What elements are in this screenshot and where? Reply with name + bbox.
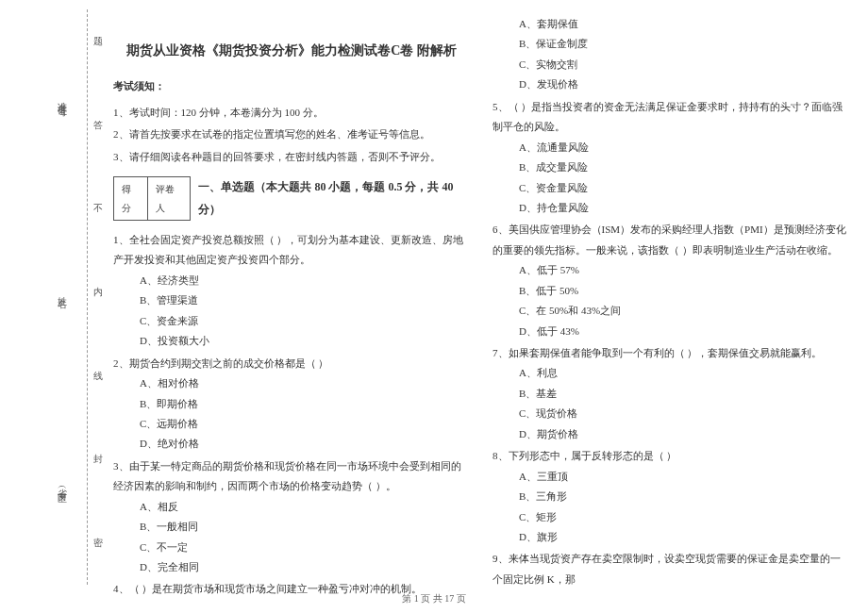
- question-1-stem: 1、全社会固定资产投资总额按照（ ），可划分为基本建设、更新改造、房地产开发投资…: [113, 230, 470, 271]
- question-7-opt-c: C、现货价格: [492, 404, 849, 423]
- exam-page: 准考证号 姓名 省（市区） 题 答 不 内 线 封 密 期货从业资格《期货投资分…: [0, 0, 868, 613]
- question-7-opt-d: D、期货价格: [492, 424, 849, 444]
- question-6-opt-d: D、低于 43%: [492, 322, 849, 341]
- question-7-stem: 7、如果套期保值者能争取到一个有利的（ ），套期保值交易就能赢利。: [492, 343, 849, 363]
- question-4-opt-d: D、发现价格: [492, 75, 849, 94]
- seal-line: [87, 9, 88, 585]
- question-3-opt-d: D、完全相同: [113, 557, 470, 577]
- question-2-opt-b: B、即期价格: [113, 394, 470, 414]
- question-2-opt-d: D、绝对价格: [113, 434, 470, 454]
- seal-char: 封: [93, 453, 103, 466]
- seal-char: 线: [93, 370, 103, 383]
- question-5-stem: 5、（ ）是指当投资者的资金无法满足保证金要求时，持持有的头寸？面临强制平仓的风…: [492, 97, 849, 138]
- seal-char: 内: [93, 286, 103, 299]
- score-section-row: 得分 评卷人 一、单选题（本大题共 80 小题，每题 0.5 分，共 40 分）: [113, 176, 470, 221]
- question-8-opt-c: C、矩形: [492, 507, 849, 527]
- section-title: 一、单选题（本大题共 80 小题，每题 0.5 分，共 40 分）: [198, 176, 470, 221]
- content-columns: 期货从业资格《期货投资分析》能力检测试卷C卷 附解析 考试须知： 1、考试时间：…: [113, 14, 849, 585]
- question-1-opt-a: A、经济类型: [113, 271, 470, 290]
- seal-char: 不: [93, 202, 103, 215]
- score-cell-grader: 评卷人: [148, 177, 190, 220]
- side-field-name: 姓名: [55, 290, 68, 293]
- notice-line: 2、请首先按要求在试卷的指定位置填写您的姓名、准考证号等信息。: [113, 124, 470, 144]
- question-8-opt-a: A、三重顶: [492, 467, 849, 487]
- seal-char: 题: [93, 35, 103, 48]
- question-8-opt-b: B、三角形: [492, 487, 849, 506]
- question-4-opt-c: C、实物交割: [492, 55, 849, 75]
- question-6-opt-b: B、低于 50%: [492, 281, 849, 301]
- right-column: A、套期保值 B、保证金制度 C、实物交割 D、发现价格 5、（ ）是指当投资者…: [492, 14, 849, 585]
- question-2-opt-a: A、相对价格: [113, 373, 470, 393]
- notice-heading: 考试须知：: [113, 76, 470, 96]
- side-field-admission: 准考证号: [55, 94, 68, 102]
- question-6-stem: 6、美国供应管理协会（ISM）发布的采购经理人指数（PMI）是预测经济变化的重要…: [492, 220, 849, 260]
- question-2-stem: 2、期货合约到期交割之前的成交价格都是（ ）: [113, 354, 470, 373]
- question-5-opt-c: C、资金量风险: [492, 178, 849, 198]
- question-4-opt-b: B、保证金制度: [492, 34, 849, 54]
- score-cell-score: 得分: [114, 177, 148, 220]
- question-8-stem: 8、下列形态中，属于反转形态的是（ ）: [492, 446, 849, 466]
- question-3-opt-c: C、不一定: [113, 538, 470, 557]
- question-9-stem: 9、来体当现货资产存在卖空限制时，设卖空现货需要的保证金是卖空量的一个固定比例 …: [492, 549, 849, 589]
- score-box: 得分 评卷人: [113, 176, 191, 221]
- question-3-stem: 3、由于某一特定商品的期货价格和现货价格在同一市场环境中会受到相同的经济因素的影…: [113, 456, 470, 497]
- seal-labels: 题 答 不 内 线 封 密: [91, 0, 106, 585]
- question-7-opt-a: A、利息: [492, 363, 849, 383]
- page-number: 第 1 页 共 17 页: [0, 592, 868, 605]
- question-6-opt-a: A、低于 57%: [492, 260, 849, 280]
- question-6-opt-c: C、在 50%和 43%之间: [492, 301, 849, 321]
- question-5-opt-b: B、成交量风险: [492, 157, 849, 177]
- question-4-opt-a: A、套期保值: [492, 14, 849, 34]
- question-5-opt-a: A、流通量风险: [492, 138, 849, 157]
- side-field-region: 省（市区）: [55, 481, 68, 490]
- question-1-opt-d: D、投资额大小: [113, 331, 470, 351]
- question-5-opt-d: D、持仓量风险: [492, 198, 849, 218]
- notice-line: 3、请仔细阅读各种题目的回答要求，在密封线内答题，否则不予评分。: [113, 147, 470, 167]
- side-info-strip: 准考证号 姓名 省（市区）: [38, 0, 85, 585]
- question-1-opt-c: C、资金来源: [113, 311, 470, 331]
- paper-title: 期货从业资格《期货投资分析》能力检测试卷C卷 附解析: [113, 38, 470, 63]
- question-3-opt-a: A、相反: [113, 497, 470, 517]
- question-7-opt-b: B、基差: [492, 384, 849, 404]
- seal-char: 密: [93, 537, 103, 550]
- seal-char: 答: [93, 119, 103, 132]
- left-column: 期货从业资格《期货投资分析》能力检测试卷C卷 附解析 考试须知： 1、考试时间：…: [113, 14, 470, 585]
- question-3-opt-b: B、一般相同: [113, 517, 470, 537]
- question-2-opt-c: C、远期价格: [113, 414, 470, 434]
- question-8-opt-d: D、旗形: [492, 527, 849, 547]
- question-1-opt-b: B、管理渠道: [113, 290, 470, 310]
- notice-line: 1、考试时间：120 分钟，本卷满分为 100 分。: [113, 103, 470, 123]
